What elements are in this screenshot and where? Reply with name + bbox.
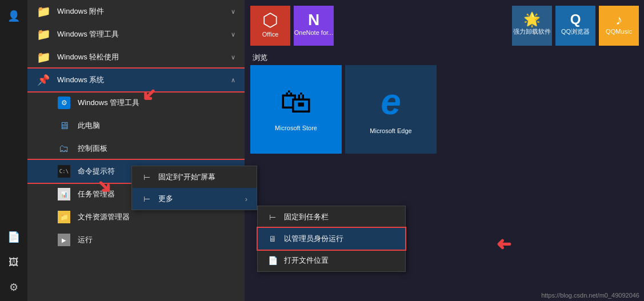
context-menu-pin-start[interactable]: ⊢ 固定到"开始"屏幕 [132, 166, 257, 188]
item-label: Windows 轻松使用 [57, 52, 231, 62]
start-menu: 📁 Windows 附件 ∨ 📁 Windows 管理工具 ∨ 📁 Window… [27, 0, 245, 301]
task-manager-icon: 📊 [57, 187, 71, 201]
item-label: 运行 [78, 235, 235, 245]
context-menu: ⊢ 固定到"开始"屏幕 ⊢ 更多 › [131, 166, 257, 210]
more-icon: ⊢ [141, 194, 153, 203]
sub-context-menu-open-location[interactable]: 📄 打开文件位置 [258, 250, 405, 271]
sub-context-menu-open-location-label: 打开文件位置 [284, 255, 329, 266]
item-label: 控制面板 [78, 143, 235, 154]
tile-store[interactable]: 🛍 Microsoft Store [250, 65, 342, 154]
tile-qqbrowser[interactable]: Q QQ浏览器 [555, 6, 595, 46]
tile-onenote[interactable]: N OneNote for... [294, 6, 334, 46]
tile-edge[interactable]: e Microsoft Edge [345, 65, 437, 154]
tile-edge-label: Microsoft Edge [370, 127, 411, 134]
onenote-icon: N [308, 11, 319, 29]
sub-context-menu-run-as-admin[interactable]: 🖥 以管理员身份运行 [258, 228, 405, 250]
run-icon: ▶ [57, 233, 71, 247]
browse-label: 浏览 [250, 48, 639, 65]
item-label: Windows 系统 [57, 75, 231, 85]
folder-icon: 📁 [37, 27, 50, 41]
item-label: 文件资源管理器 [78, 212, 235, 222]
chevron-icon: ∨ [231, 8, 235, 15]
tile-qqbrowser-label: QQ浏览器 [561, 27, 590, 36]
item-label: 此电脑 [78, 121, 235, 131]
folder-icon: 📁 [37, 50, 50, 64]
folder-pinned-icon: 📌 [37, 73, 50, 87]
tile-qqlauncher[interactable]: 🌟 强力卸载软件 [512, 6, 552, 46]
office-icon: ⬡ [262, 9, 278, 31]
submenu-arrow-icon: › [245, 195, 247, 203]
sub-context-menu-run-as-admin-label: 以管理员身份运行 [284, 234, 343, 244]
open-location-icon: 📄 [267, 256, 278, 265]
tile-store-label: Microsoft Store [275, 125, 317, 131]
sidebar-photo-icon[interactable]: 🖼 [2, 251, 25, 274]
sidebar-document-icon[interactable]: 📄 [2, 226, 25, 248]
app-list: 📁 Windows 附件 ∨ 📁 Windows 管理工具 ∨ 📁 Window… [27, 0, 245, 251]
qqlauncher-icon: 🌟 [523, 11, 541, 27]
item-label: Windows 管理工具 [57, 29, 231, 39]
sub-context-menu-pin-taskbar-label: 固定到任务栏 [284, 212, 329, 222]
settings-icon: ⚙ [57, 96, 71, 110]
cmd-icon: C:\ [57, 164, 71, 178]
tile-qqmusic-label: QQMusic [606, 28, 632, 35]
context-menu-more-label: 更多 [158, 194, 173, 204]
tile-office-label: Office [262, 31, 279, 38]
chevron-icon: ∨ [231, 54, 235, 61]
control-panel-icon: 🗂 [57, 142, 71, 155]
store-icon: 🛍 [280, 83, 312, 120]
sub-context-menu: ⊢ 固定到任务栏 🖥 以管理员身份运行 📄 打开文件位置 [257, 206, 406, 272]
list-item-this-pc[interactable]: 🖥 此电脑 [27, 114, 245, 137]
tile-qqlauncher-label: 强力卸载软件 [513, 27, 551, 36]
context-menu-more[interactable]: ⊢ 更多 › [132, 188, 257, 210]
list-item-windows-system[interactable]: 📌 Windows 系统 ∧ [27, 69, 245, 91]
item-label: Windows 管理工具 [78, 98, 235, 108]
tile-qqmusic[interactable]: ♪ QQMusic [599, 6, 639, 46]
folder-icon: 📁 [37, 5, 50, 18]
sidebar-user-icon[interactable]: 👤 [2, 5, 25, 27]
qqbrowser-icon: Q [570, 11, 581, 27]
list-item-windows-admin-sub[interactable]: ⚙ Windows 管理工具 [27, 91, 245, 114]
pin-taskbar-icon: ⊢ [267, 212, 278, 222]
run-as-admin-icon: 🖥 [267, 234, 278, 243]
chevron-icon: ∧ [231, 77, 235, 84]
item-label: Windows 附件 [57, 6, 231, 17]
watermark: https://blog.csdn.net/m0_49092046 [541, 292, 639, 299]
tile-onenote-label: OneNote for... [294, 29, 333, 36]
pc-icon: 🖥 [57, 119, 71, 133]
list-item-windows-easy[interactable]: 📁 Windows 轻松使用 ∨ [27, 46, 245, 69]
context-menu-pin-start-label: 固定到"开始"屏幕 [158, 172, 215, 182]
sub-context-menu-pin-taskbar[interactable]: ⊢ 固定到任务栏 [258, 206, 405, 228]
list-item-control-panel[interactable]: 🗂 控制面板 [27, 137, 245, 160]
pin-icon: ⊢ [141, 172, 153, 182]
edge-icon: e [381, 81, 401, 123]
list-item-windows-accessories[interactable]: 📁 Windows 附件 ∨ [27, 0, 245, 23]
list-item-windows-admin[interactable]: 📁 Windows 管理工具 ∨ [27, 23, 245, 46]
sidebar-settings-icon[interactable]: ⚙ [2, 276, 25, 299]
file-explorer-icon: 📁 [57, 210, 71, 224]
qqmusic-icon: ♪ [615, 12, 622, 28]
list-item-run[interactable]: ▶ 运行 [27, 228, 245, 251]
sidebar: 👤 📄 🖼 ⚙ [0, 0, 27, 301]
chevron-icon: ∨ [231, 31, 235, 38]
tile-office[interactable]: ⬡ Office [250, 6, 290, 46]
